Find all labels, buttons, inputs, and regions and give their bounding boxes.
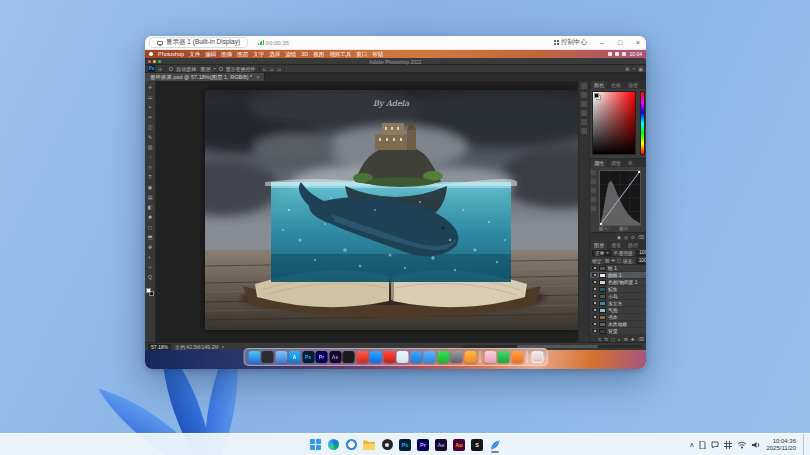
document-tab[interactable]: 最终效果.psd @ 57.18%(图层 1, RGB/8) * × — [145, 73, 265, 81]
menu-item[interactable]: 图像 — [221, 51, 232, 58]
layer-effects-icon[interactable]: fx — [605, 337, 609, 342]
taskbar-adobe-app-icon[interactable]: Ps — [398, 437, 412, 453]
lock-position-icon[interactable]: ✛ — [611, 258, 615, 263]
align-left-icon[interactable]: ⊏ — [263, 66, 267, 72]
apple-menu-icon[interactable] — [149, 52, 153, 56]
brush-panel-icon[interactable] — [581, 92, 587, 98]
panel-tab[interactable]: 调整 — [608, 159, 624, 167]
trash-icon[interactable] — [531, 351, 543, 363]
layer-visibility-toggle[interactable] — [592, 266, 597, 270]
tool-icon[interactable]: ✥ — [148, 242, 152, 252]
photoshop-title-bar[interactable]: Adobe Photoshop 2022 — [145, 58, 646, 65]
mac-dock[interactable]: APsPrAe — [243, 348, 548, 366]
wifi-icon[interactable] — [737, 441, 747, 449]
layer-row[interactable]: 书本 — [590, 314, 646, 321]
tool-icon[interactable]: ▤ — [148, 192, 153, 202]
layer-visibility-toggle[interactable] — [592, 329, 597, 333]
file-explorer-icon[interactable] — [362, 437, 376, 453]
layer-row[interactable]: 木质地板 — [590, 321, 646, 328]
color-panel[interactable] — [590, 89, 646, 159]
document-close-icon[interactable]: × — [256, 74, 259, 80]
panel-tab[interactable]: 属性 — [591, 159, 607, 167]
dock-app-icon[interactable] — [464, 351, 476, 363]
curves-panel[interactable]: 输入: 输出: — [590, 167, 646, 233]
photoshop-toolbar[interactable]: ✛▭⌖✂◫✎▨◔◇T◉▤◧✱◻⬒✥◐⊹Q — [145, 81, 156, 342]
control-center-button[interactable]: 控制中心 — [549, 38, 592, 47]
menu-item[interactable]: 编辑 — [205, 51, 216, 58]
align-right-icon[interactable]: ⊐ — [277, 66, 281, 72]
lock-all-icon[interactable]: ◻ — [617, 258, 621, 263]
layer-row[interactable]: 气泡 — [590, 307, 646, 314]
media-app-icon[interactable] — [380, 437, 394, 453]
blend-mode-row[interactable]: 正常▾ 不透明度: 100%▾ — [590, 249, 646, 257]
dock-app-icon[interactable]: Pr — [316, 351, 328, 363]
tool-icon[interactable]: ◔ — [148, 152, 151, 162]
dock-app-icon[interactable] — [275, 351, 287, 363]
layers-list[interactable]: 组 1 曲线 1 — [590, 265, 646, 335]
search-icon[interactable]: ⌕ — [632, 65, 635, 72]
layer-row[interactable]: 水立方 — [590, 300, 646, 307]
distribute-icon[interactable]: ⋮ — [284, 66, 289, 72]
layer-thumbnail[interactable] — [599, 308, 606, 313]
lock-row[interactable]: 锁定: ▨ ✛ ◻ 填充: 100%▾ — [590, 257, 646, 265]
hue-slider[interactable] — [640, 91, 645, 155]
tool-icon[interactable]: T — [148, 172, 151, 182]
volume-icon[interactable] — [752, 441, 761, 449]
menu-item[interactable]: 文字 — [253, 51, 264, 58]
paragraph-panel-icon[interactable] — [581, 119, 587, 125]
layer-thumbnail[interactable] — [599, 329, 606, 334]
new-layer-icon[interactable]: ✚ — [631, 337, 635, 342]
wifi-status-icon[interactable] — [615, 52, 619, 56]
fill-select[interactable]: 100%▾ — [636, 258, 646, 264]
lock-transparency-icon[interactable]: ▨ — [605, 258, 609, 263]
vm-app-icon[interactable] — [488, 437, 502, 453]
dock-app-icon[interactable] — [424, 351, 436, 363]
dock-recent-icon[interactable] — [498, 351, 510, 363]
panel-tab[interactable]: 通道 — [608, 241, 624, 249]
layer-row[interactable]: 色相/饱和度 1 — [590, 279, 646, 286]
curves-panel-buttons[interactable]: ◉◎↺⌫ — [590, 233, 646, 241]
layers-panel-tabs[interactable]: 图层通道路径 — [590, 241, 646, 249]
opacity-select[interactable]: 100%▾ — [636, 250, 646, 256]
panel-tab[interactable]: 颜色 — [591, 81, 607, 89]
mac-menu-bar[interactable]: Photoshop文件编辑图像图层文字选择滤镜3D视图增效工具窗口帮助 10:0… — [145, 50, 646, 58]
layer-thumbnail[interactable] — [599, 322, 606, 327]
arrange-icon[interactable]: ⊞ — [625, 66, 629, 72]
adjustment-layer-icon[interactable]: ◐ — [618, 337, 621, 342]
tool-icon[interactable]: Q — [148, 272, 152, 282]
menu-item[interactable]: 窗口 — [356, 51, 367, 58]
properties-panel-tabs[interactable]: 属性调整库 — [590, 159, 646, 167]
auto-select-value[interactable]: 图层 — [201, 66, 211, 72]
layer-thumbnail[interactable] — [599, 287, 606, 292]
layer-visibility-toggle[interactable] — [592, 322, 597, 326]
edge-icon[interactable] — [326, 437, 340, 453]
tool-icon[interactable]: ◇ — [148, 162, 152, 172]
tray-document-icon[interactable] — [699, 441, 706, 449]
tool-icon[interactable]: ✛ — [148, 82, 152, 92]
photoshop-options-bar[interactable]: Ps ✛ 自动选择: 图层 ▾ 显示变换控件 ⊏ ⊔ ⊐ ⋮ ⊞ ⌕ — [145, 65, 646, 73]
menu-item[interactable]: 3D — [301, 51, 308, 57]
maximize-button[interactable]: □ — [612, 36, 628, 50]
menu-item[interactable]: 视图 — [313, 51, 324, 58]
layer-row[interactable]: 曲线 1 — [590, 272, 646, 279]
minimize-button[interactable]: – — [594, 36, 610, 50]
transform-controls-checkbox[interactable] — [219, 67, 223, 71]
new-group-icon[interactable]: ⊞ — [624, 337, 628, 342]
vm-window-tab-bar[interactable]: 显示器 1 (Built-in Display) 00:00:35 控制中心 –… — [145, 36, 646, 50]
layer-row[interactable]: 鲸鱼 — [590, 286, 646, 293]
tool-icon[interactable]: ◉ — [148, 182, 152, 192]
color-swatch-pair[interactable] — [594, 93, 601, 100]
curves-chart[interactable] — [599, 170, 641, 226]
taskbar-adobe-app-icon[interactable]: Ae — [434, 437, 448, 453]
dock-app-icon[interactable]: A — [289, 351, 301, 363]
hidden-icons-chevron[interactable]: ∧ — [689, 441, 694, 448]
layer-visibility-toggle[interactable] — [592, 273, 597, 277]
layer-visibility-toggle[interactable] — [592, 287, 597, 291]
close-button[interactable]: × — [630, 36, 646, 50]
panel-tab[interactable]: 图层 — [591, 241, 607, 249]
start-button[interactable] — [308, 437, 322, 453]
display-tab[interactable]: 显示器 1 (Built-in Display) — [149, 37, 248, 48]
layer-visibility-toggle[interactable] — [592, 301, 597, 305]
dock-app-icon[interactable] — [383, 351, 395, 363]
tool-icon[interactable]: ▭ — [148, 92, 153, 102]
